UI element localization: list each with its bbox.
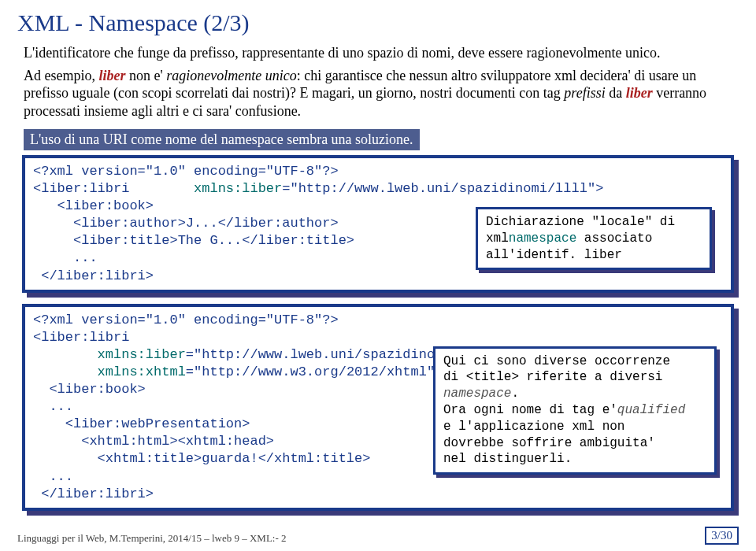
p2-prefissi: prefissi (564, 85, 605, 101)
co2-l4a: Ora ogni nome di tag e' (443, 403, 617, 417)
co1-ns: namespace (509, 231, 576, 246)
c2-l1: <?xml version="1.0" encoding="UTF-8"?> (33, 312, 723, 329)
co2-l6: dovrebbe soffrire ambiguita' (443, 435, 706, 452)
co1-l3: all'identif. liber (486, 247, 702, 264)
co2-l4: Ora ogni nome di tag e'qualified (443, 402, 706, 419)
p2-seg-c: non e' (125, 68, 166, 83)
co2-namespace: namespace (443, 386, 511, 401)
co2-l3c: . (511, 386, 519, 401)
c2-l11: </liber:libri> (33, 486, 723, 503)
co1-l2: xmlnamespace associato (486, 231, 702, 247)
co2-l1: Qui ci sono diverse occorrenze (443, 353, 706, 370)
co2-l7: nel distinguerli. (443, 451, 706, 468)
c1-l2-url: ="http://www.lweb.uni/spazidinomi/llll"> (282, 181, 603, 196)
code-block-1-wrap: <?xml version="1.0" encoding="UTF-8"?> <… (22, 155, 734, 293)
solution-highlight: L'uso di una URI come nome del namespace… (24, 129, 420, 150)
slide-title: XML - Namespace (2/3) (17, 9, 739, 36)
p2-emph-unico: ragionevolmente unico (166, 68, 296, 83)
co1-l2c: associato (576, 231, 652, 246)
co2-l3: namespace. (443, 386, 706, 402)
c2-l2: <liber:libri (33, 329, 723, 346)
co1-xml: xml (486, 231, 509, 246)
callout-2: Qui ci sono diverse occorrenze di <title… (433, 346, 717, 475)
p2-liber-1: liber (98, 68, 125, 83)
paragraph-2: Ad esempio, liber non e' ragionevolmente… (24, 67, 732, 120)
c1-l1: <?xml version="1.0" encoding="UTF-8"?> (33, 163, 723, 180)
co2-l5: e l'applicazione xml non (443, 419, 706, 435)
c1-l2: <liber:libri xmlns:liber="http://www.lwe… (33, 180, 723, 198)
co1-l1: Dichiarazione "locale" di (486, 214, 702, 231)
p2-seg-g: da (606, 85, 626, 101)
c2-l4-url: ="http://www.w3.org/2012/xhtml"> (186, 364, 443, 379)
co2-l2: di <title> riferite a diversi (443, 369, 706, 386)
c2-l4-ns: xmlns:xhtml (33, 364, 186, 379)
c1-l2-tag: <liber:libri (33, 181, 129, 196)
callout-1: Dichiarazione "locale" di xmlnamespace a… (476, 207, 712, 270)
footer-text: Linguaggi per il Web, M.Temperini, 2014/… (17, 532, 287, 545)
p2-seg-a: Ad esempio, (24, 68, 98, 83)
page-number: 3/30 (705, 527, 739, 545)
c2-l3-ns: xmlns:liber (33, 347, 186, 362)
paragraph-1: L'identificatore che funge da prefisso, … (24, 44, 732, 62)
p2-liber-2: liber (626, 85, 653, 101)
code-block-2-wrap: <?xml version="1.0" encoding="UTF-8"?> <… (22, 304, 734, 511)
co2-qualified: qualified (617, 403, 685, 417)
c1-l2-ns: xmlns:liber (194, 181, 282, 196)
